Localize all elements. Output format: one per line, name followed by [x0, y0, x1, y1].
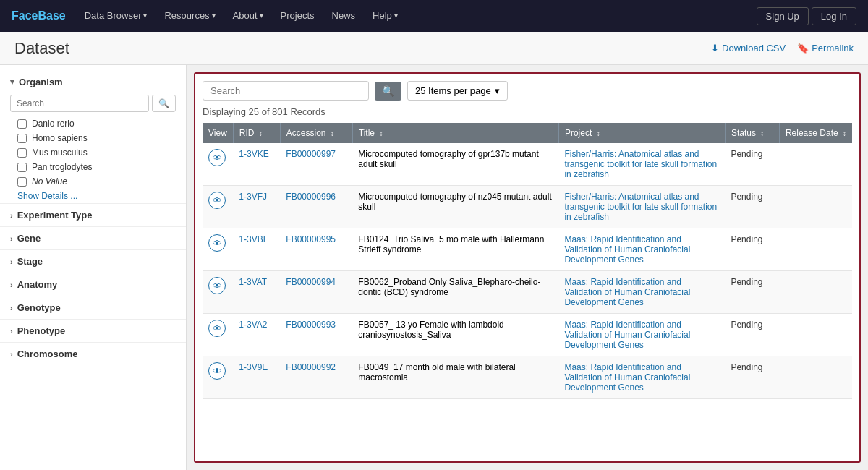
- accession-link[interactable]: FB00000995: [286, 234, 336, 244]
- col-status[interactable]: Status ↕: [725, 123, 779, 143]
- toolbar-row: 🔍 25 Items per page ▾: [203, 81, 852, 101]
- view-button[interactable]: 👁: [208, 362, 226, 380]
- title-cell: FB0062_Proband Only Saliva_Blepharo-chei…: [352, 271, 558, 314]
- project-cell: Maas: Rapid Identification and Validatio…: [558, 228, 725, 271]
- nav-help[interactable]: Help ▾: [365, 0, 405, 32]
- view-button[interactable]: 👁: [208, 234, 226, 252]
- status-cell: Pending: [725, 186, 779, 228]
- accession-link[interactable]: FB00000992: [286, 362, 336, 372]
- page-actions: ⬇ Download CSV 🔖 Permalink: [711, 43, 854, 54]
- main-search-input[interactable]: [203, 81, 369, 101]
- organism-item-mus[interactable]: Mus musculus: [0, 145, 186, 160]
- download-icon: ⬇: [711, 43, 719, 54]
- nav-news[interactable]: News: [325, 0, 363, 32]
- eye-icon: 👁: [213, 323, 222, 334]
- sign-up-button[interactable]: Sign Up: [757, 7, 809, 25]
- brand-logo[interactable]: FaceBase: [12, 9, 66, 22]
- organism-checkbox-no-value[interactable]: [17, 177, 27, 187]
- rid-link[interactable]: 1-3VA2: [239, 320, 267, 330]
- title-cell: Microcomputed tomography of nz045 mutant…: [352, 186, 558, 228]
- organism-item-pan[interactable]: Pan troglodytes: [0, 160, 186, 174]
- status-cell: Pending: [725, 314, 779, 356]
- release-date-cell: [779, 271, 852, 314]
- gene-section[interactable]: › Gene: [0, 226, 186, 249]
- col-accession[interactable]: Accession ↕: [280, 123, 352, 143]
- organism-checkbox-mus[interactable]: [17, 148, 27, 158]
- status-sort-icon: ↕: [760, 129, 764, 137]
- content-inner: 🔍 25 Items per page ▾ Displaying 25 of 8…: [194, 72, 861, 463]
- status-cell: Pending: [725, 271, 779, 314]
- table-row: 👁 1-3VKE FB00000997 Microcomputed tomogr…: [203, 143, 852, 186]
- accession-link[interactable]: FB00000997: [286, 149, 336, 159]
- table-row: 👁 1-3VAT FB00000994 FB0062_Proband Only …: [203, 271, 852, 314]
- sidebar: ▾ Organism 🔍 Danio rerio Homo sapiens Mu…: [0, 65, 187, 470]
- organism-checkbox-danio[interactable]: [17, 119, 27, 129]
- permalink-link[interactable]: 🔖 Permalink: [797, 43, 854, 54]
- accession-link[interactable]: FB00000994: [286, 277, 336, 287]
- organism-checkbox-pan[interactable]: [17, 163, 27, 172]
- rid-link[interactable]: 1-3VKE: [239, 149, 268, 159]
- chromosome-section[interactable]: › Chromosome: [0, 342, 186, 365]
- main-search-button[interactable]: 🔍: [375, 82, 401, 101]
- phenotype-section[interactable]: › Phenotype: [0, 319, 186, 342]
- project-link[interactable]: Maas: Rapid Identification and Validatio…: [564, 277, 690, 307]
- stage-caret-icon: ›: [10, 257, 13, 266]
- view-button[interactable]: 👁: [208, 277, 226, 294]
- eye-icon: 👁: [213, 366, 222, 377]
- nav-projects[interactable]: Projects: [273, 0, 322, 32]
- rid-link[interactable]: 1-3VBE: [239, 234, 268, 244]
- project-link[interactable]: Maas: Rapid Identification and Validatio…: [564, 234, 690, 265]
- project-link[interactable]: Maas: Rapid Identification and Validatio…: [564, 320, 690, 350]
- view-button[interactable]: 👁: [208, 149, 226, 166]
- anatomy-section[interactable]: › Anatomy: [0, 273, 186, 296]
- project-link[interactable]: Fisher/Harris: Anatomical atlas and tran…: [564, 192, 717, 222]
- organism-item-danio[interactable]: Danio rerio: [0, 116, 186, 131]
- project-cell: Maas: Rapid Identification and Validatio…: [558, 271, 725, 314]
- view-button[interactable]: 👁: [208, 192, 226, 209]
- title-cell: FB0124_Trio Saliva_5 mo male with Haller…: [352, 228, 558, 271]
- col-project[interactable]: Project ↕: [558, 123, 725, 143]
- accession-link[interactable]: FB00000993: [286, 320, 336, 330]
- eye-icon: 👁: [213, 238, 222, 249]
- organism-checkbox-homo[interactable]: [17, 134, 27, 143]
- status-badge: Pending: [731, 192, 762, 202]
- col-release-date[interactable]: Release Date ↕: [779, 123, 852, 143]
- nav-about[interactable]: About ▾: [226, 0, 271, 32]
- project-link[interactable]: Maas: Rapid Identification and Validatio…: [564, 362, 690, 393]
- nav-right-actions: Sign Up Log In: [757, 7, 856, 25]
- accession-link[interactable]: FB00000996: [286, 192, 336, 202]
- per-page-dropdown[interactable]: 25 Items per page ▾: [407, 81, 508, 101]
- per-page-chevron-icon: ▾: [495, 85, 500, 96]
- log-in-button[interactable]: Log In: [812, 7, 856, 25]
- col-view: View: [203, 123, 233, 143]
- project-link[interactable]: Fisher/Harris: Anatomical atlas and tran…: [564, 149, 717, 179]
- records-info: Displaying 25 of 801 Records: [203, 106, 852, 117]
- show-details-link[interactable]: Show Details ...: [0, 189, 186, 203]
- organism-item-homo[interactable]: Homo sapiens: [0, 131, 186, 145]
- genotype-section[interactable]: › Genotype: [0, 296, 186, 319]
- experiment-type-section[interactable]: › Experiment Type: [0, 203, 186, 226]
- stage-section[interactable]: › Stage: [0, 249, 186, 273]
- view-cell: 👁: [203, 143, 233, 186]
- eye-icon: 👁: [213, 153, 222, 163]
- project-sort-icon: ↕: [597, 129, 600, 137]
- nav-data-browser[interactable]: Data Browser ▾: [77, 0, 155, 32]
- organism-section-header[interactable]: ▾ Organism: [0, 72, 186, 92]
- col-rid[interactable]: RID ↕: [233, 123, 280, 143]
- organism-search-input[interactable]: [10, 95, 149, 112]
- rid-link[interactable]: 1-3VFJ: [239, 192, 267, 202]
- rid-link[interactable]: 1-3VAT: [239, 277, 267, 287]
- title-cell: FB0049_17 month old male with bilateral …: [352, 356, 558, 399]
- download-csv-link[interactable]: ⬇ Download CSV: [711, 43, 786, 54]
- rid-link[interactable]: 1-3V9E: [239, 362, 268, 372]
- table-row: 👁 1-3VBE FB00000995 FB0124_Trio Saliva_5…: [203, 228, 852, 271]
- organism-search-button[interactable]: 🔍: [152, 95, 176, 112]
- phenotype-caret-icon: ›: [10, 327, 13, 336]
- nav-resources[interactable]: Resources ▾: [157, 0, 222, 32]
- col-title[interactable]: Title ↕: [352, 123, 558, 143]
- organism-item-no-value[interactable]: No Value: [0, 174, 186, 189]
- content-area: 🔍 25 Items per page ▾ Displaying 25 of 8…: [187, 65, 868, 470]
- view-button[interactable]: 👁: [208, 320, 226, 337]
- status-cell: Pending: [725, 143, 779, 186]
- status-badge: Pending: [731, 277, 762, 287]
